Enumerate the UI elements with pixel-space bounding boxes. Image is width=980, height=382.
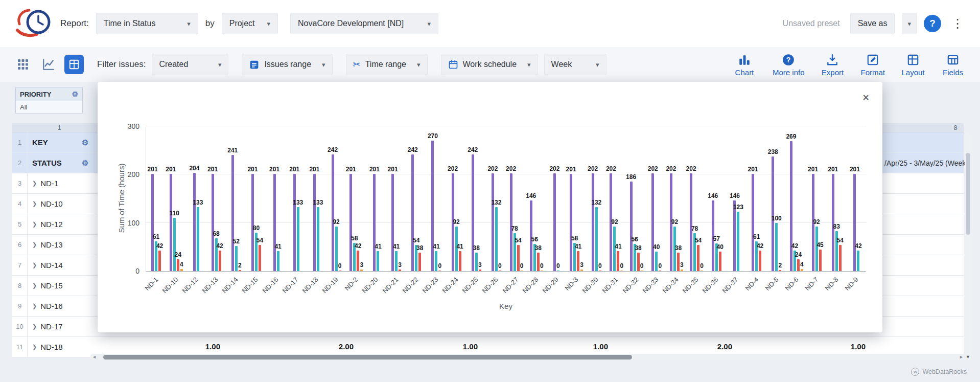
bar-ND-32[interactable]: [641, 271, 643, 272]
bar-ND-9[interactable]: [857, 251, 859, 271]
expand-icon[interactable]: ❯: [32, 180, 37, 187]
bar-ND-14[interactable]: [239, 270, 241, 271]
bar-ND-31[interactable]: [620, 271, 623, 272]
priority-filter[interactable]: PRIORITY ⚙ All: [15, 87, 83, 114]
bar-ND-30[interactable]: [595, 207, 598, 271]
bar-ND-7[interactable]: [815, 227, 818, 271]
help-button[interactable]: ?: [924, 15, 941, 32]
gear-icon[interactable]: ⚙: [82, 138, 88, 147]
bar-ND-3[interactable]: [580, 269, 583, 271]
gear-icon[interactable]: ⚙: [82, 159, 88, 168]
bar-ND-27[interactable]: [521, 271, 523, 272]
week-select[interactable]: Week ▾: [544, 54, 606, 75]
bar-ND-22[interactable]: [418, 253, 421, 271]
bar-ND-13[interactable]: [212, 174, 214, 271]
expand-icon[interactable]: ❯: [32, 241, 37, 248]
bar-ND-2[interactable]: [360, 269, 363, 271]
bar-ND-26[interactable]: [492, 173, 494, 271]
bar-ND-18[interactable]: [313, 174, 316, 271]
bar-ND-17[interactable]: [297, 207, 299, 271]
horizontal-scrollbar[interactable]: ◄ ►: [90, 354, 966, 361]
view-grid-button[interactable]: [13, 55, 33, 74]
filter-created-select[interactable]: Created ▾: [152, 54, 228, 75]
bar-ND-35[interactable]: [690, 173, 692, 271]
bar-ND-33[interactable]: [659, 271, 661, 272]
expand-icon[interactable]: ❯: [32, 262, 37, 268]
expand-icon[interactable]: ❯: [32, 221, 37, 228]
bar-ND-33[interactable]: [651, 173, 654, 271]
bar-ND-30[interactable]: [592, 173, 594, 271]
bar-ND-30[interactable]: [599, 271, 601, 272]
bar-ND-16[interactable]: [277, 251, 279, 271]
bar-ND-22[interactable]: [411, 154, 414, 271]
bar-ND-34[interactable]: [681, 269, 683, 271]
bar-ND-3[interactable]: [570, 174, 572, 271]
bar-ND-5[interactable]: [779, 270, 781, 271]
bar-ND-19[interactable]: [332, 154, 334, 271]
expand-icon[interactable]: ❯: [32, 344, 37, 350]
bar-ND-32[interactable]: [630, 182, 633, 271]
expand-icon[interactable]: ❯: [32, 200, 37, 207]
bar-ND-17[interactable]: [293, 174, 296, 271]
bar-ND-37[interactable]: [733, 200, 736, 271]
report-type-select[interactable]: Time in Status ▾: [96, 13, 198, 34]
bar-ND-12[interactable]: [193, 173, 196, 271]
vertical-scrollbar-thumb[interactable]: [966, 153, 970, 235]
horizontal-scrollbar-thumb[interactable]: [103, 355, 632, 359]
bar-ND-23[interactable]: [431, 141, 434, 271]
scroll-right-icon[interactable]: ►: [959, 354, 964, 361]
bar-ND-14[interactable]: [231, 155, 234, 271]
bar-ND-20[interactable]: [373, 174, 376, 271]
bar-ND-15[interactable]: [251, 174, 254, 271]
view-table-button[interactable]: [64, 55, 84, 74]
scroll-down-icon[interactable]: ▼: [965, 354, 971, 359]
bar-ND-1[interactable]: [151, 174, 154, 271]
bar-ND-37[interactable]: [737, 212, 739, 271]
bar-ND-24[interactable]: [459, 251, 461, 271]
more-menu-button[interactable]: ⋮: [948, 16, 967, 31]
toolbar-action-fields[interactable]: Fields: [941, 53, 965, 77]
bar-ND-19[interactable]: [339, 271, 341, 272]
bar-ND-2[interactable]: [349, 174, 352, 271]
bar-ND-6[interactable]: [801, 269, 803, 271]
bar-ND-35[interactable]: [701, 271, 703, 272]
bar-ND-26[interactable]: [499, 271, 501, 272]
bar-ND-12[interactable]: [197, 207, 199, 271]
bar-ND-16[interactable]: [273, 174, 276, 271]
save-as-menu-button[interactable]: ▾: [902, 13, 917, 34]
bar-ND-13[interactable]: [219, 251, 221, 271]
bar-ND-28[interactable]: [541, 271, 543, 272]
toolbar-action-format[interactable]: Format: [860, 53, 885, 77]
work-schedule-button[interactable]: Work schedule ▾: [441, 54, 538, 75]
bar-ND-25[interactable]: [479, 269, 481, 271]
view-chart-button[interactable]: [39, 55, 58, 74]
bar-ND-4[interactable]: [752, 174, 754, 271]
bar-ND-25[interactable]: [472, 154, 474, 271]
webdatarocks-badge[interactable]: w WebDataRocks: [911, 368, 967, 376]
bar-ND-27[interactable]: [510, 173, 512, 271]
expand-icon[interactable]: ❯: [32, 323, 37, 330]
bar-ND-4[interactable]: [759, 251, 761, 271]
bar-ND-36[interactable]: [719, 252, 721, 271]
bar-ND-7[interactable]: [819, 250, 822, 271]
bar-ND-21[interactable]: [399, 269, 401, 271]
vertical-scrollbar[interactable]: ▼: [965, 132, 971, 360]
close-icon[interactable]: ×: [862, 92, 869, 103]
toolbar-action-layout[interactable]: Layout: [901, 53, 925, 77]
toolbar-action-chart[interactable]: Chart: [733, 53, 756, 77]
toolbar-action-export[interactable]: Export: [821, 53, 844, 77]
expand-icon[interactable]: ❯: [32, 282, 37, 289]
gear-icon[interactable]: ⚙: [72, 90, 78, 98]
bar-ND-8[interactable]: [839, 245, 842, 271]
issues-range-button[interactable]: Issues range ▾: [242, 54, 332, 75]
bar-ND-15[interactable]: [259, 245, 261, 271]
toolbar-action-more-info[interactable]: ?More info: [773, 53, 805, 77]
bar-ND-18[interactable]: [317, 207, 319, 271]
bar-ND-5[interactable]: [772, 156, 774, 272]
bar-ND-23[interactable]: [438, 271, 441, 272]
bar-ND-21[interactable]: [391, 174, 394, 271]
project-select[interactable]: NovaCore Development [ND] ▾: [290, 13, 438, 34]
group-by-select[interactable]: Project ▾: [222, 13, 278, 34]
bar-ND-10[interactable]: [180, 269, 183, 271]
bar-ND-29[interactable]: [557, 271, 559, 272]
